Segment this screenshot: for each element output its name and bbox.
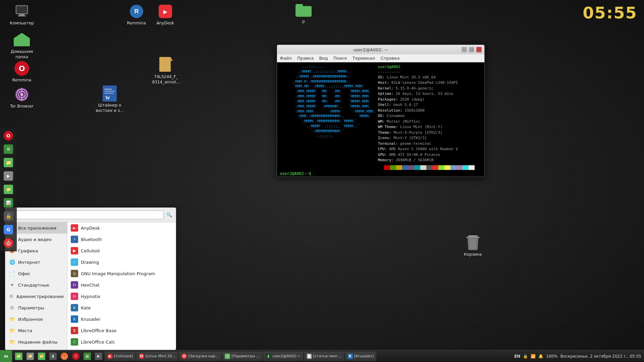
taskbar-folder-icon: 📁: [38, 353, 45, 360]
terminal-menu-file[interactable]: Файл: [280, 56, 292, 61]
taskbar-quick-browser[interactable]: 📁: [25, 352, 36, 361]
taskbar-wifi-icon: 📶: [531, 354, 536, 359]
desktop-icon-label-anydesk: AnyDesk: [157, 21, 174, 26]
svg-rect-8: [14, 38, 30, 46]
app-item-lo-draw[interactable]: D LibreOffice Draw: [67, 348, 176, 350]
app-item-lo-calc[interactable]: C LibreOffice Calc: [67, 336, 176, 348]
app-item-drawing[interactable]: ✓ Drawing: [67, 256, 176, 268]
app-item-lo-base[interactable]: B LibreOffice Base: [67, 325, 176, 336]
taskbar-sound-icon: 🔔: [538, 354, 543, 359]
svg-text:m: m: [4, 354, 8, 359]
app-label-kate: Kate: [81, 305, 91, 310]
taskbar-quick-firefox[interactable]: 🦊: [59, 352, 70, 361]
category-recent[interactable]: 📁 Недавние файлы: [5, 336, 67, 348]
category-internet[interactable]: 🌐 Интернет: [5, 256, 67, 268]
category-office-icon: 📄: [9, 270, 15, 277]
desktop-icon-folder-p[interactable]: р: [288, 2, 319, 24]
taskbar-firefox-icon: 🦊: [61, 353, 68, 360]
desktop-icon-tor[interactable]: Tor Browser: [7, 86, 37, 109]
desktop-icon-anydesk[interactable]: ► AnyDesk: [150, 3, 180, 26]
desktop-icon-label-folder-p: р: [302, 19, 305, 24]
taskbar: m 📁 📁 📁 ▮ 🦊 O ▦: [0, 350, 644, 362]
category-settings[interactable]: ⚙ Параметры: [5, 302, 67, 313]
app-item-bluetooth[interactable]: ⚡ Bluetooth: [67, 234, 176, 245]
svg-text:W: W: [105, 96, 110, 101]
sidebar-g[interactable]: G: [2, 223, 15, 236]
svg-marker-22: [171, 57, 173, 61]
taskbar-items: 📁 📁 📁 ▮ 🦊 O ▦ ▶: [12, 350, 512, 362]
sidebar-files[interactable]: 📁: [2, 156, 15, 169]
taskbar-app-terminal[interactable]: ▮ user2@A002:~: [263, 352, 303, 361]
desktop-icon-remmina[interactable]: R Remmina: [121, 3, 152, 26]
taskbar-quick-display[interactable]: ▦: [82, 352, 93, 361]
sidebar-folder2[interactable]: 📁: [2, 183, 15, 196]
svg-rect-29: [466, 237, 480, 238]
app-label-lo-calc: LibreOffice Calc: [81, 340, 115, 345]
category-admin[interactable]: ⚙ Администрирование: [5, 291, 67, 302]
app-label-krusader: Krusader: [81, 317, 100, 322]
app-menu: 🔍 ⊞ Все приложения ▶ Аудио и видео ■ Гра…: [5, 207, 176, 350]
terminal-close-btn[interactable]: ✕: [476, 47, 482, 52]
desktop-icon-file1[interactable]: 74LS244_F_8314_annot...: [151, 57, 181, 85]
app-item-anydesk[interactable]: ► AnyDesk: [67, 222, 176, 234]
taskbar-app-loading[interactable]: O [Загрузка кар...: [179, 352, 221, 361]
app-item-hexchat[interactable]: H HexChat: [67, 279, 176, 291]
svg-rect-6: [19, 14, 24, 15]
sidebar-mint[interactable]: ⊞: [2, 143, 15, 156]
desktop-icon-computer[interactable]: Компьютер: [7, 3, 37, 26]
terminal-titlebar: user2@A002: ~ ─ □ ✕: [277, 45, 484, 54]
desktop: m 05:55 Компьютер Домашняяпапка: [0, 0, 644, 362]
sidebar-media[interactable]: ▶: [2, 170, 15, 182]
taskbar-app-article[interactable]: 📄 [статья пинг...: [304, 352, 344, 361]
taskbar-app-celluloid[interactable]: ▶ [Celluloid]: [105, 352, 136, 361]
sidebar-opera[interactable]: O: [2, 129, 15, 142]
taskbar-app-mint[interactable]: O [Linux Mint 20...: [136, 352, 178, 361]
app-item-celluloid[interactable]: ▶ Celluloid: [67, 245, 176, 256]
app-item-krusader[interactable]: K Krusader: [67, 313, 176, 325]
taskbar-term-label: user2@A002:~: [272, 354, 300, 358]
terminal-menu-help[interactable]: Справка: [380, 56, 399, 61]
taskbar-quick-files[interactable]: 📁: [13, 352, 24, 361]
taskbar-start-button[interactable]: m: [0, 350, 12, 362]
app-item-gimp[interactable]: G GNU Image Manipulation Program: [67, 268, 176, 279]
taskbar-quick-opera2[interactable]: O: [70, 352, 81, 361]
desktop-icon-trash[interactable]: Корзина: [458, 235, 488, 257]
desktop-icon-doc1[interactable]: W Штайнер овостоке и з...: [95, 85, 125, 113]
svg-rect-28: [468, 235, 478, 237]
sidebar-lock[interactable]: 🔒: [2, 210, 15, 223]
taskbar-quick-folder[interactable]: 📁: [36, 352, 47, 361]
taskbar-quick-video[interactable]: ▶: [93, 352, 104, 361]
taskbar-celluloid-label: [Celluloid]: [114, 354, 133, 358]
app-menu-search-bar: 🔍: [5, 208, 176, 222]
app-item-hypnotix[interactable]: H Hypnotix: [67, 291, 176, 302]
desktop-icon-label-opera: Remmina: [12, 78, 32, 83]
category-favorites-icon: 📁: [9, 316, 15, 322]
app-label-anydesk: AnyDesk: [81, 226, 100, 231]
terminal-maximize-btn[interactable]: □: [469, 47, 474, 52]
app-menu-search-button[interactable]: 🔍: [165, 211, 173, 219]
app-icon-gimp: G: [71, 270, 78, 277]
category-places[interactable]: 📁 Места: [5, 325, 67, 336]
taskbar-lang[interactable]: EN: [514, 354, 520, 359]
desktop-icon-opera[interactable]: O Remmina: [7, 60, 37, 83]
desktop-icon-home[interactable]: Домашняяпапка: [7, 32, 37, 60]
app-menu-search-input[interactable]: [8, 210, 164, 219]
app-icon-bluetooth: ⚡: [71, 236, 78, 243]
taskbar-app-krusader[interactable]: K [Krusader]: [345, 352, 376, 361]
app-item-kate[interactable]: K Kate: [67, 302, 176, 313]
terminal-menu-view[interactable]: Вид: [319, 56, 328, 61]
app-menu-body: ⊞ Все приложения ▶ Аудио и видео ■ Графи…: [5, 222, 176, 350]
terminal-menu-edit[interactable]: Правка: [297, 56, 314, 61]
sidebar-sysmonitor[interactable]: 📊: [2, 196, 15, 209]
terminal-menu-search[interactable]: Поиск: [333, 56, 347, 61]
category-office[interactable]: 📄 Офис: [5, 268, 67, 279]
taskbar-loading-label: [Загрузка кар...: [188, 354, 219, 358]
category-standard[interactable]: ✦ Стандартные: [5, 279, 67, 291]
taskbar-quick-terminal[interactable]: ▮: [48, 352, 58, 361]
category-favorites[interactable]: 📁 Избранное: [5, 313, 67, 325]
taskbar-app-params[interactable]: ✉ [Параметры ...: [222, 352, 262, 361]
sidebar-power[interactable]: ⏻: [2, 237, 15, 249]
terminal-minimize-btn[interactable]: ─: [462, 47, 467, 52]
terminal-menu-terminal[interactable]: Терминал: [353, 56, 375, 61]
taskbar-display-icon: ▦: [84, 353, 91, 360]
